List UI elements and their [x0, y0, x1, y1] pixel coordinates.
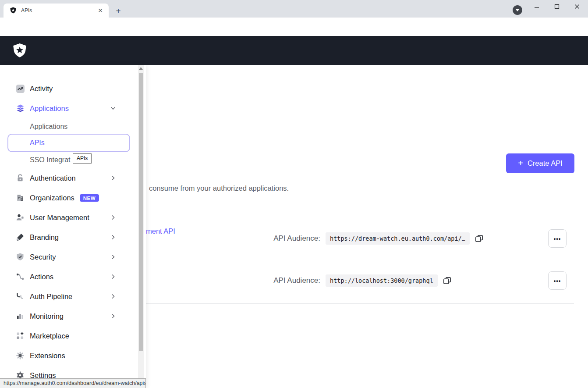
sidebar-item-marketplace[interactable]: Marketplace — [0, 328, 137, 344]
auth0-logo[interactable] — [12, 43, 27, 59]
sidebar-item-applications-sub[interactable]: Applications — [0, 119, 137, 135]
sidebar-item-auth-pipeline[interactable]: Auth Pipeline — [0, 288, 137, 304]
sidebar-item-extensions[interactable]: Extensions — [0, 348, 137, 363]
sidebar-item-branding[interactable]: Branding — [0, 229, 137, 245]
audience-value: http://localhost:3000/graphql — [326, 274, 438, 287]
user-gear-icon — [15, 213, 25, 222]
browser-window: APIs ✕ + mana — [0, 0, 588, 388]
shield-check-icon — [15, 252, 25, 262]
audience-label: API Audience: — [263, 276, 320, 285]
new-tab-button[interactable]: + — [113, 6, 124, 16]
apis-tooltip: APIs — [73, 153, 92, 164]
sidebar-item-actions[interactable]: Actions — [0, 269, 137, 285]
row-divider — [146, 303, 574, 304]
browser-tab[interactable]: APIs ✕ — [4, 4, 109, 18]
sidebar-item-organizations[interactable]: Organizations NEW — [0, 190, 137, 206]
status-bar-url: https://manage.auth0.com/dashboard/eu/dr… — [0, 378, 146, 388]
auth0-favicon — [10, 7, 17, 14]
sidebar-item-authentication[interactable]: Authentication — [0, 170, 137, 186]
page-description: consume from your authorized application… — [149, 184, 289, 192]
chevron-right-icon — [110, 293, 116, 299]
app-header: dream-watch Discuss your needs Docs — [0, 36, 588, 65]
tab-search-icon[interactable] — [513, 5, 522, 15]
building-icon — [15, 193, 25, 203]
copy-icon[interactable] — [442, 275, 453, 286]
lock-icon — [15, 173, 25, 183]
api-audience-row: API Audience: https://dream-watch.eu.aut… — [263, 229, 485, 248]
chevron-right-icon — [110, 254, 116, 260]
sidebar-item-user-management[interactable]: User Management — [0, 210, 137, 225]
bar-chart-icon — [15, 311, 25, 321]
marketplace-icon — [15, 331, 25, 341]
api-name-link[interactable]: ment API — [146, 227, 175, 235]
pipeline-icon — [15, 292, 25, 301]
window-minimize-button[interactable] — [530, 1, 543, 12]
activity-chart-icon — [15, 84, 25, 93]
browser-toolbar: manage.auth0.com/dashboard/eu/dream-watc… — [0, 18, 588, 36]
new-badge: NEW — [80, 194, 99, 202]
sidebar-item-monitoring[interactable]: Monitoring — [0, 308, 137, 324]
row-divider — [146, 258, 574, 258]
sidebar-item-security[interactable]: Security — [0, 249, 137, 265]
chevron-right-icon — [110, 313, 116, 319]
sidebar-item-sso-integrations[interactable]: SSO Integrat — [0, 152, 137, 168]
scrollbar-up-arrow[interactable] — [138, 65, 144, 71]
chevron-down-icon — [110, 105, 116, 111]
audience-value: https://dream-watch.eu.auth0.com/api/… — [326, 232, 470, 245]
flow-icon — [15, 272, 25, 281]
chevron-right-icon — [110, 274, 116, 280]
chevron-right-icon — [110, 175, 116, 181]
scrollbar-thumb[interactable] — [139, 73, 143, 351]
tab-close-icon[interactable]: ✕ — [96, 7, 104, 14]
sidebar-nav: Activity Applications Applications APIs … — [0, 65, 146, 388]
chevron-right-icon — [110, 214, 116, 221]
audience-label: API Audience: — [263, 234, 320, 243]
row-menu-button[interactable]: ••• — [548, 271, 567, 290]
api-audience-row: API Audience: http://localhost:3000/grap… — [263, 271, 453, 290]
sidebar-item-apis[interactable]: APIs — [7, 134, 130, 152]
sidebar-scrollbar[interactable] — [138, 65, 144, 388]
paintbrush-icon — [15, 232, 25, 242]
tab-title: APIs — [21, 7, 96, 14]
copy-icon[interactable] — [474, 233, 485, 244]
window-close-button[interactable] — [570, 1, 584, 12]
window-maximize-button[interactable] — [550, 1, 563, 12]
sidebar-item-activity[interactable]: Activity — [0, 81, 137, 96]
chevron-right-icon — [110, 234, 116, 240]
extensions-gear-icon — [15, 351, 25, 360]
layers-icon — [15, 103, 25, 113]
row-menu-button[interactable]: ••• — [548, 229, 567, 248]
create-api-button[interactable]: + Create API — [506, 153, 574, 173]
plus-icon: + — [518, 159, 523, 167]
tab-strip: APIs ✕ + — [0, 0, 588, 18]
sidebar-item-applications[interactable]: Applications — [0, 100, 137, 116]
